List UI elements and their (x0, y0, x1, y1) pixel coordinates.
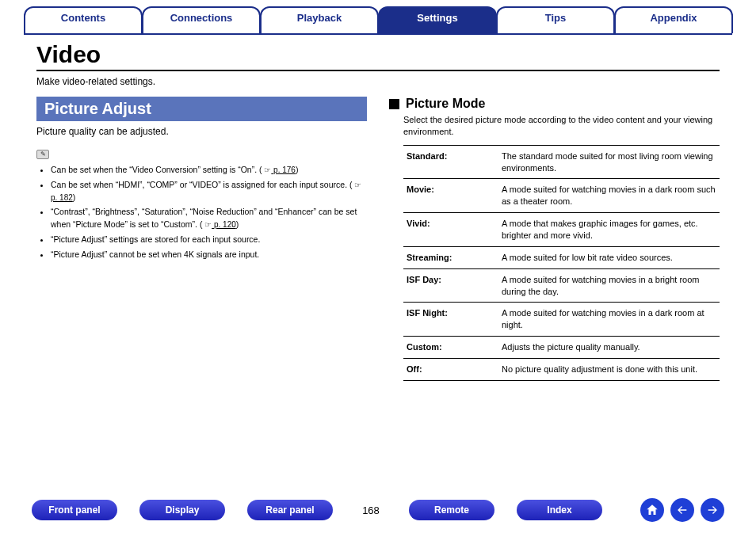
notes-list: Can be set when the “Video Conversion” s… (36, 164, 367, 261)
mode-desc: The standard mode suited for most living… (498, 145, 720, 179)
pointer-icon: ☞ (204, 220, 212, 229)
page-number: 168 (355, 504, 387, 516)
table-row: ISF Night:A mode suited for watching mov… (403, 303, 720, 337)
rear-panel-button[interactable]: Rear panel (247, 500, 333, 520)
square-bullet-icon (389, 99, 399, 109)
home-icon[interactable] (640, 498, 664, 522)
tab-contents[interactable]: Contents (24, 6, 143, 33)
mode-name: Custom: (403, 337, 498, 359)
mode-desc: A mode that makes graphic images for gam… (498, 213, 720, 247)
page-ref-link[interactable]: p. 176 (271, 166, 296, 174)
col-picture-mode: Picture Mode Select the desired picture … (389, 97, 720, 381)
mode-desc: No picture quality adjustment is done wi… (498, 358, 720, 380)
top-tabs: Contents Connections Playback Settings T… (24, 6, 732, 33)
table-row: Vivid:A mode that makes graphic images f… (403, 213, 720, 247)
mode-desc: A mode suited for watching movies in a d… (498, 179, 720, 213)
tab-settings[interactable]: Settings (378, 6, 497, 33)
note-item: “Contrast”, “Brightness”, “Saturation”, … (51, 206, 367, 231)
prev-page-icon[interactable] (670, 498, 694, 522)
page-ref-link[interactable]: p. 120 (212, 220, 236, 229)
heading-picture-adjust: Picture Adjust (36, 97, 367, 121)
mode-name: Streaming: (403, 246, 498, 268)
display-button[interactable]: Display (139, 500, 225, 520)
mode-desc: A mode suited for watching movies in a b… (498, 268, 720, 303)
pencil-note-icon: ✎ (36, 150, 49, 159)
footer-nav: Front panel Display Rear panel 168 Remot… (0, 498, 756, 522)
intro-picture-mode: Select the desired picture mode accordin… (403, 114, 720, 139)
note-item: “Picture Adjust” cannot be set when 4K s… (51, 249, 367, 261)
mode-name: Movie: (403, 179, 498, 213)
subtext-picture-adjust: Picture quality can be adjusted. (36, 126, 367, 137)
mode-desc: A mode suited for watching movies in a d… (498, 303, 720, 337)
page-intro: Make video-related settings. (36, 76, 720, 87)
mode-name: Off: (403, 358, 498, 380)
remote-button[interactable]: Remote (409, 500, 494, 520)
page-ref-link[interactable]: p. 182 (51, 193, 73, 202)
next-page-icon[interactable] (701, 498, 724, 522)
mode-name: Standard: (403, 145, 498, 179)
mode-name: Vivid: (403, 213, 498, 247)
col-picture-adjust: Picture Adjust Picture quality can be ad… (36, 97, 367, 381)
mode-desc: A mode suited for low bit rate video sou… (498, 246, 720, 268)
table-row: Custom:Adjusts the picture quality manua… (403, 337, 720, 359)
mode-name: ISF Day: (403, 268, 498, 303)
mode-desc: Adjusts the picture quality manually. (498, 337, 720, 359)
table-row: ISF Day:A mode suited for watching movie… (403, 268, 720, 303)
tab-connections[interactable]: Connections (142, 6, 261, 33)
front-panel-button[interactable]: Front panel (32, 500, 117, 520)
table-row: Streaming:A mode suited for low bit rate… (403, 246, 720, 268)
index-button[interactable]: Index (517, 500, 602, 520)
note-item: Can be set when “HDMI”, “COMP” or “VIDEO… (51, 179, 367, 204)
tab-tips[interactable]: Tips (496, 6, 615, 33)
pointer-icon: ☞ (264, 166, 271, 174)
pointer-icon: ☞ (354, 181, 361, 189)
table-row: Standard:The standard mode suited for mo… (403, 145, 720, 179)
mode-name: ISF Night: (403, 303, 498, 337)
table-row: Off:No picture quality adjustment is don… (403, 358, 720, 380)
heading-picture-mode: Picture Mode (406, 97, 485, 111)
picture-mode-table: Standard:The standard mode suited for mo… (403, 145, 720, 381)
table-row: Movie:A mode suited for watching movies … (403, 179, 720, 213)
note-item: “Picture Adjust” settings are stored for… (51, 234, 367, 246)
tab-playback[interactable]: Playback (260, 6, 379, 33)
note-item: Can be set when the “Video Conversion” s… (51, 164, 367, 177)
page-title: Video (36, 41, 720, 71)
tab-appendix[interactable]: Appendix (614, 6, 733, 33)
